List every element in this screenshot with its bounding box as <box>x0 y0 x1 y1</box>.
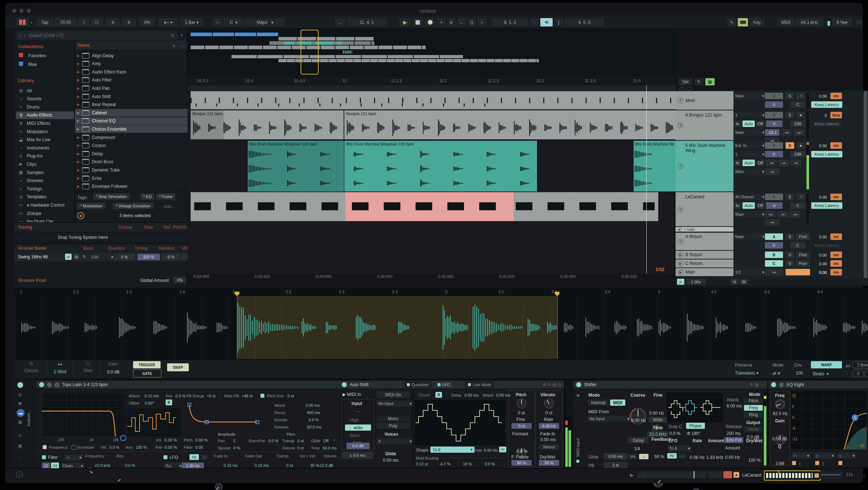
commit-groove-icon[interactable]: ↻ <box>81 254 88 260</box>
preserve-value[interactable]: Transients ▾ <box>735 371 758 376</box>
clip-meld[interactable] <box>191 91 676 109</box>
fade-in-knob[interactable] <box>215 483 223 490</box>
groove-name[interactable]: Swing 16ths 66 <box>18 255 48 259</box>
list-item-drum-buss[interactable]: ▶ Drum Buss <box>75 158 189 166</box>
lfo-display[interactable] <box>415 400 505 445</box>
main-cue-select[interactable]: 1/2▾ <box>733 269 766 275</box>
midi-from-select[interactable]: No Input▾ <box>588 415 631 422</box>
sidebar-item-max-for-live[interactable]: ⬓ Max for Live <box>16 136 76 144</box>
browser-search-bar[interactable]: ‹ › Search (Cmd + F) ≛ <box>17 31 177 40</box>
wide-button[interactable]: Wide <box>648 417 667 423</box>
env-release-value[interactable]: 50.0 ms <box>307 425 321 429</box>
vel-value[interactable]: 0.0 % <box>109 445 119 449</box>
live-pitch-knob[interactable] <box>516 398 527 409</box>
env-decay-value[interactable]: 600 ms <box>307 410 320 415</box>
warp-marker[interactable] <box>235 292 239 296</box>
phase-button[interactable]: Phase <box>686 423 705 429</box>
width-zoom-button[interactable]: W <box>740 279 748 285</box>
tap-tempo-button[interactable]: Tap <box>37 18 53 26</box>
key-track-value[interactable]: 0.0 % <box>175 394 186 398</box>
lfo-checkbox[interactable] <box>163 455 167 459</box>
main-pan-slider[interactable] <box>786 269 810 275</box>
track-header-main[interactable]: ▶Main <box>676 268 733 276</box>
time-signature-denominator[interactable]: 4 <box>122 18 136 26</box>
as-gain-value[interactable]: 0.0 dB <box>346 443 370 449</box>
lock-icon[interactable]: ▣ <box>18 444 22 448</box>
lecanard-send-a[interactable]: -∞ <box>765 211 776 217</box>
lfo-hz-button[interactable]: Hz <box>499 447 506 452</box>
sidebar-item-audio-effects[interactable]: ⦙⦀ Audio Effects <box>16 111 76 119</box>
expand-triangle-icon[interactable]: ▶ <box>77 185 80 188</box>
shifter-delay-button[interactable]: Delay <box>628 437 648 443</box>
track-header-c-return[interactable]: ▶C Return <box>676 259 733 267</box>
key-root-menu[interactable]: C ▾ <box>224 18 244 26</box>
meld-arm-icon[interactable]: ◔ <box>796 93 805 99</box>
eq-filter-type-select[interactable]: ⌐\▾ <box>791 452 811 459</box>
onset-retrigger-button[interactable]: R <box>435 392 442 398</box>
lecanard-solo-button[interactable]: S <box>786 194 794 200</box>
shifter-rate-value[interactable]: 0.08 Hz <box>690 455 705 460</box>
sidebar-item-samples[interactable]: ▦ Samples <box>16 169 76 176</box>
set-button[interactable]: Set <box>678 78 692 85</box>
session-record-icon[interactable]: ○ <box>477 18 486 26</box>
simpler-header[interactable]: ▲ Tops Latin 3-4 123 bpm <box>36 381 339 389</box>
lecanard-monitor-in[interactable]: In <box>733 202 741 209</box>
loop-length-field[interactable]: 4. 0. 0 <box>565 18 604 26</box>
fold-icon[interactable]: ▼ <box>678 164 683 169</box>
expand-device-icon[interactable]: ↑ <box>779 383 784 387</box>
key-value[interactable]: 100 % <box>136 445 147 449</box>
expand-triangle-icon[interactable]: ▶ <box>77 62 80 66</box>
tempo-field[interactable]: 70.00 <box>54 18 77 26</box>
envelope-checkbox[interactable] <box>72 445 76 450</box>
as-beats-button[interactable]: 2 Beats <box>852 361 868 368</box>
shifter-lfo-sync-icon[interactable]: ♪ <box>678 453 686 459</box>
drum-send-b[interactable]: -∞ <box>778 160 789 166</box>
bongos-track-number[interactable]: 4 <box>765 112 783 118</box>
f-follow-value[interactable]: 88 % <box>511 460 532 466</box>
loop-button[interactable]: ⟲ <box>540 18 553 26</box>
playback-mode-slice[interactable]: ⦙⦙⦙ Slice <box>75 361 101 376</box>
save-groove-icon[interactable]: ▤ <box>73 254 80 260</box>
glide-menu-icon[interactable]: ▾ <box>333 439 335 442</box>
hamburger-menu-icon[interactable]: ≡ <box>843 20 846 26</box>
lecanard-pan[interactable]: 0 <box>766 202 783 209</box>
add-take-lane-icon[interactable]: ▦ <box>705 78 715 85</box>
track-header-meld[interactable]: ▼Meld <box>676 91 733 110</box>
sidebar-item-instruments[interactable]: ◔ Instruments <box>16 144 76 152</box>
shifter-lfo-hz[interactable]: Hz <box>667 453 677 459</box>
band-2-toggle[interactable] <box>815 461 819 465</box>
gate-button[interactable]: GATE <box>133 369 161 377</box>
transpose-value[interactable]: 0 st <box>286 463 293 468</box>
shifter-rate-knob[interactable] <box>692 488 701 490</box>
sample-editor[interactable]: 11.21.31.422.22.32.433.23.33.444.24.34.4 <box>14 288 868 359</box>
vibrato-value[interactable]: 0 ct <box>545 411 552 415</box>
shift-mode-ring[interactable]: Ring <box>744 412 763 418</box>
coarse-value[interactable]: 0.00 Hz <box>631 418 646 423</box>
device-activator-icon[interactable] <box>576 382 581 387</box>
zoom-window-icon[interactable] <box>27 9 31 13</box>
device-header-icons[interactable]: ↻ ▤ ⋯ <box>750 383 765 387</box>
groove-timing-value[interactable]: 100 % <box>137 254 160 260</box>
list-item-audio-effect-rack[interactable]: ▶ Audio Effect Rack <box>75 68 189 76</box>
tab-quantizer[interactable]: Quantizer <box>404 381 432 388</box>
list-item-dynamic-tube[interactable]: ▶ Dynamic Tube <box>75 166 189 174</box>
pitch-env-value[interactable]: 0 st <box>288 394 294 398</box>
live-pitch-value[interactable]: 0 st <box>518 411 525 415</box>
vibrato-rate-value[interactable]: 6.00 Hz <box>539 423 559 429</box>
volume-value[interactable]: -12.0 dB <box>318 463 333 468</box>
expand-triangle-icon[interactable]: ▶ <box>77 168 80 172</box>
more-options-icon[interactable]: ... <box>180 43 184 47</box>
collection-color-blue[interactable] <box>19 62 23 66</box>
selected-device-strip[interactable] <box>764 470 821 481</box>
filter-checkbox[interactable] <box>42 455 46 459</box>
tone-value[interactable]: 21.0 kHz <box>647 431 669 437</box>
bongos-delay-value[interactable]: 0 <box>813 113 827 118</box>
sidebar-item-clips[interactable]: ▶ Clips <box>16 160 76 168</box>
record-button[interactable] <box>425 18 435 26</box>
meld-solo-button[interactable]: S <box>786 93 794 99</box>
feedback-value[interactable]: 59 % <box>654 455 664 459</box>
track-header-b-return[interactable]: ▶B Return <box>676 251 733 259</box>
drum-input-select[interactable]: Ext. In▾ <box>733 142 766 149</box>
expand-triangle-icon[interactable]: ▶ <box>77 70 80 74</box>
pb-range-value[interactable]: +5 st <box>207 394 216 398</box>
